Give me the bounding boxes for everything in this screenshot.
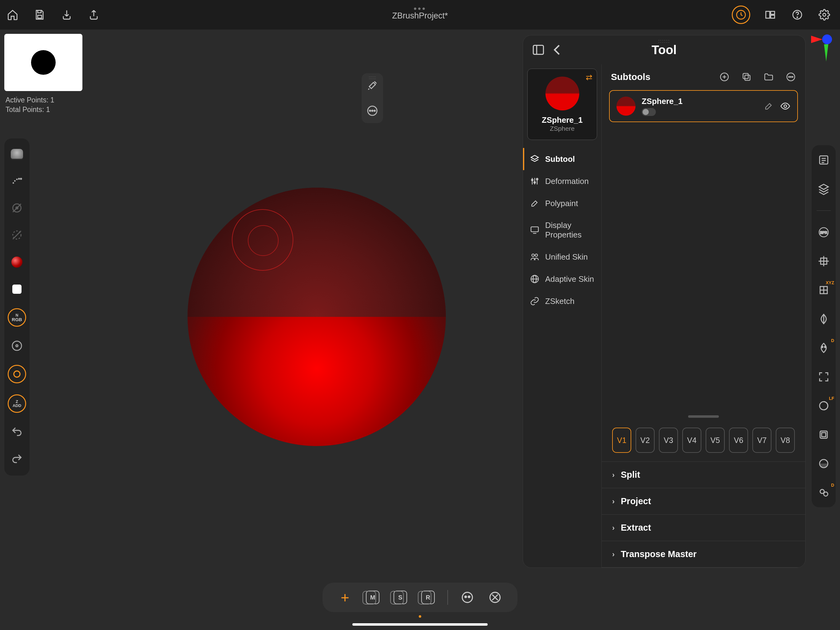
import-icon[interactable]	[60, 8, 74, 22]
tools-icon[interactable]	[366, 79, 379, 92]
color-swatch[interactable]	[9, 281, 25, 297]
menu-item-polypaint[interactable]: Polypaint	[523, 192, 602, 214]
undo-icon[interactable]	[9, 424, 25, 440]
view-chip-v8[interactable]: V8	[776, 427, 795, 453]
floor-grid-icon[interactable]	[816, 254, 831, 269]
accordion-project[interactable]: ›Project	[602, 488, 805, 514]
subtool-toggle[interactable]	[642, 108, 656, 116]
svg-point-23	[372, 110, 373, 111]
export-icon[interactable]	[87, 8, 101, 22]
redo-icon[interactable]	[9, 451, 25, 467]
home-indicator[interactable]	[352, 623, 488, 626]
settings-icon[interactable]	[817, 8, 831, 22]
right-tool-strip: BPR XYZ D LF D	[812, 145, 836, 507]
expand-icon[interactable]	[816, 369, 831, 384]
polyframe-icon[interactable]	[816, 427, 831, 442]
help-icon[interactable]	[790, 8, 804, 22]
accordion-extract[interactable]: ›Extract	[602, 514, 805, 541]
svg-rect-4	[771, 15, 775, 19]
notes-icon[interactable]	[816, 153, 831, 167]
gizmo-scale-button[interactable]: S	[392, 589, 409, 606]
gizmo-rotate-button[interactable]: R	[420, 589, 436, 606]
view-chip-v4[interactable]: V4	[682, 427, 701, 453]
rgb-toggle[interactable]: N RGB	[8, 308, 26, 327]
bpr-render-icon[interactable]: BPR	[816, 225, 831, 240]
svg-point-26	[822, 35, 832, 44]
grip-icon[interactable]: ::::::	[369, 75, 376, 80]
svg-point-71	[791, 77, 791, 78]
add-action-icon[interactable]: +	[337, 589, 353, 606]
material-picker[interactable]	[9, 146, 25, 162]
menu-item-deformation[interactable]: Deformation	[523, 170, 602, 192]
menu-item-display-properties[interactable]: Display Properties	[523, 214, 602, 246]
people-icon	[530, 252, 540, 262]
sliders-icon	[530, 176, 540, 186]
menu-item-unified-skin[interactable]: Unified Skin	[523, 246, 602, 268]
view-chip-v7[interactable]: V7	[752, 427, 771, 453]
view-chip-v6[interactable]: V6	[729, 427, 748, 453]
accordion-split[interactable]: ›Split	[602, 462, 805, 488]
mesh-stats: Active Points: 1 Total Points: 1	[6, 95, 54, 114]
dynamesh-icon[interactable]: D	[816, 340, 831, 355]
solo-icon[interactable]: D	[816, 485, 831, 500]
menu-item-zsketch[interactable]: ZSketch	[523, 290, 602, 312]
svg-rect-45	[821, 432, 826, 437]
brush-indicator-icon[interactable]	[763, 101, 774, 111]
svg-point-9	[14, 180, 16, 182]
swap-icon[interactable]: ⇄	[586, 73, 592, 82]
current-tool-thumb[interactable]: ⇄ ZSphere_1 ZSphere	[527, 69, 597, 140]
layout-icon[interactable]	[763, 8, 777, 22]
menu-item-adaptive-skin[interactable]: Adaptive Skin	[523, 268, 602, 290]
view-chip-v3[interactable]: V3	[659, 427, 678, 453]
brush-size-dial[interactable]	[8, 365, 26, 383]
view-chip-v2[interactable]: V2	[636, 427, 655, 453]
duplicate-icon[interactable]	[741, 72, 752, 82]
visibility-action-icon[interactable]	[487, 589, 503, 606]
history-icon[interactable]	[732, 6, 750, 24]
alpha-off-icon[interactable]	[9, 227, 25, 243]
subtool-item[interactable]: ZSphere_1	[609, 90, 798, 122]
zadd-toggle[interactable]: Z ADD	[8, 394, 26, 413]
left-tool-strip: N RGB Z ADD	[4, 138, 30, 476]
save-icon[interactable]	[33, 8, 47, 22]
accordion-transpose-master[interactable]: ›Transpose Master	[602, 541, 805, 568]
intensity-dial-icon[interactable]	[9, 338, 25, 354]
local-frame-icon[interactable]: LF	[816, 398, 831, 413]
brush-icon	[530, 198, 540, 208]
zsphere-object[interactable]	[188, 188, 446, 446]
brush-preview-thumb[interactable]	[4, 34, 82, 91]
svg-point-72	[792, 77, 793, 78]
resize-handle[interactable]	[688, 415, 719, 418]
target-off-icon[interactable]	[9, 200, 25, 216]
svg-rect-49	[534, 45, 543, 54]
folder-icon[interactable]	[763, 72, 774, 82]
view-chip-v5[interactable]: V5	[706, 427, 725, 453]
gizmo-move-button[interactable]: M	[364, 589, 381, 606]
material-sphere[interactable]	[9, 254, 25, 270]
axis-cube-icon[interactable]: XYZ	[816, 283, 831, 298]
visibility-icon[interactable]	[780, 101, 791, 111]
link-icon	[530, 296, 540, 306]
svg-point-41	[821, 346, 823, 348]
stroke-dots-icon[interactable]	[9, 173, 25, 189]
menu-item-subtool[interactable]: Subtool	[523, 148, 602, 170]
more-options-icon[interactable]	[786, 72, 796, 82]
floating-toolbox[interactable]: ::::::	[362, 73, 383, 123]
more-icon[interactable]	[366, 104, 379, 117]
view-chip-v1[interactable]: V1	[612, 427, 631, 453]
chevron-right-icon: ›	[612, 524, 615, 532]
back-icon[interactable]	[551, 43, 564, 57]
layers-icon[interactable]	[816, 182, 831, 196]
add-icon[interactable]	[719, 72, 729, 82]
active-points-label: Active Points: 1	[6, 95, 54, 105]
panel-sidebar-icon[interactable]	[532, 43, 545, 57]
svg-point-73	[784, 105, 787, 108]
mask-icon[interactable]	[459, 589, 476, 606]
chevron-right-icon: ›	[612, 471, 615, 479]
symmetry-icon[interactable]	[816, 312, 831, 326]
bottom-dock: + M S R	[322, 583, 518, 612]
svg-rect-0	[38, 15, 42, 19]
svg-rect-68	[743, 73, 748, 79]
home-icon[interactable]	[6, 8, 20, 22]
transparency-icon[interactable]	[816, 456, 831, 471]
